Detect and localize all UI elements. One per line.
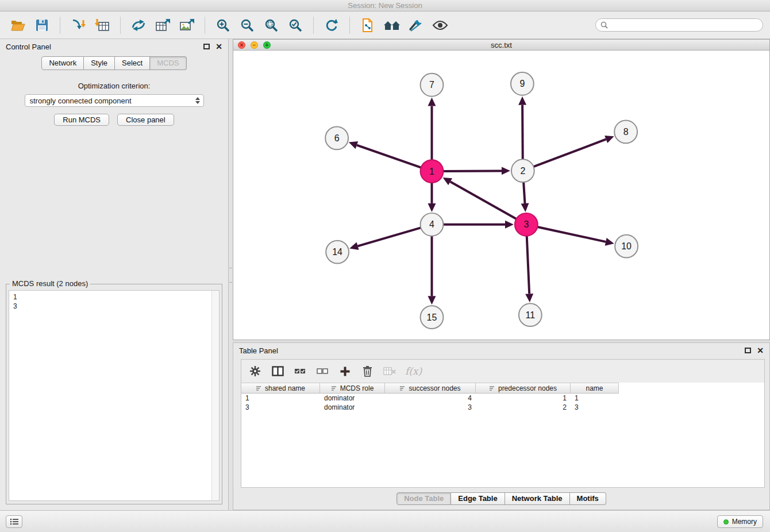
vertical-splitter[interactable] [229,39,233,510]
table-cell[interactable]: 3 [571,403,619,411]
import-network-button[interactable] [67,15,89,36]
show-columns-button[interactable] [271,364,284,378]
table-cell[interactable]: 4 [385,394,476,402]
tab-network-table[interactable]: Network Table [505,492,570,505]
close-panel-button[interactable]: Close panel [117,114,174,126]
home-button[interactable] [381,15,403,36]
columns-icon [272,366,284,376]
svg-text:11: 11 [526,310,536,320]
run-mcds-button[interactable]: Run MCDS [54,114,109,126]
close-table-panel-icon[interactable]: ✕ [757,346,764,354]
delete-table-icon [383,367,396,376]
tab-network[interactable]: Network [41,56,84,70]
column-header-name[interactable]: name [571,383,619,394]
tab-motifs[interactable]: Motifs [570,492,606,505]
close-panel-icon[interactable]: ✕ [215,43,222,51]
graph-node-10[interactable]: 10 [615,235,638,258]
float-panel-icon[interactable] [203,44,210,49]
graph-edge-3-1[interactable] [451,182,517,219]
tab-edge-table[interactable]: Edge Table [451,492,505,505]
search-box[interactable] [595,18,763,32]
network-graph[interactable]: 7968124314101511 [233,51,769,340]
zoom-window-icon[interactable]: + [263,41,271,49]
graph-node-1[interactable]: 1 [421,160,444,183]
tab-mcds[interactable]: MCDS [150,56,186,70]
function-builder-button: f(x) [405,364,422,378]
toolbar-separator [313,17,314,34]
graph-edge-3-11[interactable] [527,236,529,294]
graph-edge-2-9[interactable] [522,105,523,160]
table-cell[interactable]: 3 [241,403,320,411]
zoom-in-button[interactable] [212,15,234,36]
minimize-window-icon[interactable]: − [251,41,258,49]
search-input[interactable] [611,21,758,29]
show-hide-button[interactable] [429,15,451,36]
graph-edge-3-10[interactable] [537,227,606,242]
graph-edge-arrow [518,97,526,105]
network-canvas[interactable]: 7968124314101511 [233,51,769,340]
graph-edge-4-14[interactable] [358,228,421,246]
open-session-button[interactable] [7,15,29,36]
table-cell[interactable]: 1 [241,394,320,402]
new-network-from-selection-button[interactable] [357,15,379,36]
apply-style-button[interactable] [405,15,427,36]
optimization-criterion-select[interactable]: strongly connected component [25,94,204,107]
graph-edge-2-3[interactable] [523,182,525,203]
graph-node-9[interactable]: 9 [511,72,534,95]
float-table-panel-icon[interactable] [745,348,751,353]
graph-edge-1-2[interactable] [443,171,502,171]
graph-edge-1-6[interactable] [357,145,421,168]
import-table-icon [95,18,110,32]
close-window-icon[interactable]: × [238,41,245,49]
table-cell[interactable]: 1 [571,394,619,402]
graph-node-8[interactable]: 8 [614,121,637,144]
graph-node-6[interactable]: 6 [325,126,348,149]
graph-node-4[interactable]: 4 [421,213,444,236]
memory-button[interactable]: Memory [717,515,763,528]
export-image-button[interactable] [176,15,198,36]
graph-node-11[interactable]: 11 [519,303,542,326]
refresh-button[interactable] [321,15,342,36]
save-session-button[interactable] [31,15,53,36]
table-cell[interactable]: 2 [476,403,571,411]
table-row[interactable]: 3dominator323 [241,403,764,412]
select-stepper-icon[interactable] [195,97,203,104]
graph-node-15[interactable]: 15 [421,306,444,329]
column-header-predecessor-nodes[interactable]: predecessor nodes [476,383,571,394]
table-cell[interactable]: dominator [320,403,385,411]
zoom-selected-button[interactable] [284,15,306,36]
column-header-shared-name[interactable]: shared name [241,383,320,394]
export-table-button[interactable] [152,15,174,36]
select-all-button[interactable] [293,364,307,378]
graph-node-2[interactable]: 2 [511,159,534,182]
show-task-history-button[interactable] [6,515,22,528]
deselect-all-button[interactable] [315,364,329,378]
network-arrows-button[interactable] [128,15,149,36]
column-header-mcds-role[interactable]: MCDS role [320,383,385,394]
mcds-result-list[interactable]: 1 3 [9,290,220,501]
import-table-button[interactable] [91,15,113,36]
graph-node-3[interactable]: 3 [515,213,538,236]
tab-style[interactable]: Style [84,56,115,70]
graph-edge-arrow [349,242,359,250]
table-cell[interactable]: 1 [476,394,571,402]
export-image-icon [179,18,194,32]
gear-icon [249,365,261,377]
refresh-icon [324,18,339,33]
zoom-out-button[interactable] [236,15,258,36]
graph-node-7[interactable]: 7 [421,74,444,97]
graph-edge-2-8[interactable] [533,139,606,167]
table-settings-button[interactable] [248,364,262,378]
tab-node-table[interactable]: Node Table [396,492,451,505]
table-row[interactable]: 1dominator411 [241,394,764,403]
graph-edge-arrow [505,221,514,229]
column-header-successor-nodes[interactable]: successor nodes [385,383,476,394]
table-cell[interactable]: 3 [385,403,476,411]
delete-column-button[interactable] [360,364,374,378]
add-column-button[interactable] [338,364,352,378]
tab-select[interactable]: Select [115,56,150,70]
graph-node-14[interactable]: 14 [326,241,349,264]
table-cell[interactable]: dominator [320,394,385,402]
zoom-fit-button[interactable] [260,15,282,36]
result-scrollbar[interactable] [211,291,219,500]
